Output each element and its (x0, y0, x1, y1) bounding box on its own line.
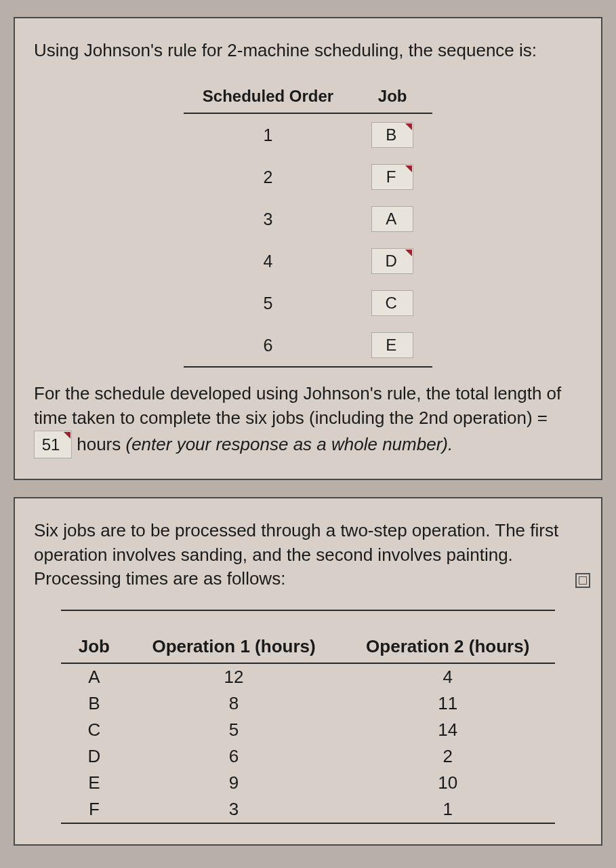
seq-row: 3 A (184, 198, 432, 240)
hours-input[interactable]: 51 (34, 431, 72, 459)
seq-row: 1 B (184, 113, 432, 156)
data-job: C (61, 717, 127, 743)
data-row: C 5 14 (61, 717, 554, 743)
data-job: F (61, 796, 127, 823)
prompt-text-2: Six jobs are to be processed through a t… (34, 519, 582, 590)
data-op2: 14 (341, 717, 555, 743)
data-op2: 10 (341, 770, 555, 796)
seq-order: 2 (184, 156, 352, 198)
seq-job-cell: B (352, 113, 432, 156)
sequence-header-row: Scheduled Order Job (184, 81, 432, 113)
followup-after: hours (77, 434, 125, 454)
question-panel-2: Six jobs are to be processed through a t… (14, 497, 602, 845)
job-input[interactable]: E (371, 332, 413, 358)
data-header-op1: Operation 1 (hours) (127, 610, 341, 663)
seq-job-cell: C (352, 282, 432, 324)
seq-job-cell: F (352, 156, 432, 198)
job-input[interactable]: D (371, 248, 413, 274)
data-op1: 3 (127, 796, 341, 823)
job-input[interactable]: C (371, 290, 413, 316)
seq-row: 5 C (184, 282, 432, 324)
seq-row: 6 E (184, 324, 432, 367)
data-row: A 12 4 (61, 663, 554, 690)
data-header-job: Job (61, 610, 127, 663)
followup-text: For the schedule developed using Johnson… (34, 381, 582, 458)
data-op1: 6 (127, 743, 341, 770)
data-op1: 12 (127, 663, 341, 690)
seq-job-cell: D (352, 240, 432, 282)
job-input[interactable]: F (371, 164, 413, 190)
data-row: F 3 1 (61, 796, 554, 823)
question-panel-1: Using Johnson's rule for 2-machine sched… (14, 17, 602, 480)
data-job: E (61, 770, 127, 796)
seq-header-order: Scheduled Order (184, 81, 352, 113)
seq-header-job: Job (352, 81, 432, 113)
data-row: B 8 11 (61, 690, 554, 717)
data-op2: 11 (341, 690, 555, 717)
processing-times-table: Job Operation 1 (hours) Operation 2 (hou… (61, 610, 554, 824)
seq-order: 6 (184, 324, 352, 367)
seq-order: 4 (184, 240, 352, 282)
sequence-table: Scheduled Order Job 1 B 2 F 3 A 4 D 5 (184, 81, 432, 368)
seq-order: 1 (184, 113, 352, 156)
data-header-row: Job Operation 1 (hours) Operation 2 (hou… (61, 610, 554, 663)
data-job: B (61, 690, 127, 717)
data-op1: 9 (127, 770, 341, 796)
data-job: D (61, 743, 127, 770)
data-row: D 6 2 (61, 743, 554, 770)
data-header-op2: Operation 2 (hours) (341, 610, 555, 663)
seq-order: 5 (184, 282, 352, 324)
job-input[interactable]: A (371, 206, 413, 232)
data-op2: 2 (341, 743, 555, 770)
followup-before: For the schedule developed using Johnson… (34, 383, 561, 428)
job-input[interactable]: B (371, 122, 413, 148)
seq-job-cell: E (352, 324, 432, 367)
seq-job-cell: A (352, 198, 432, 240)
data-job: A (61, 663, 127, 690)
seq-order: 3 (184, 198, 352, 240)
data-op2: 4 (341, 663, 555, 690)
seq-row: 4 D (184, 240, 432, 282)
seq-row: 2 F (184, 156, 432, 198)
followup-italic: (enter your response as a whole number). (126, 434, 453, 454)
data-op2: 1 (341, 796, 555, 823)
prompt-text-1: Using Johnson's rule for 2-machine sched… (34, 39, 582, 62)
data-op1: 5 (127, 717, 341, 743)
popup-icon[interactable] (575, 573, 590, 588)
data-row: E 9 10 (61, 770, 554, 796)
data-op1: 8 (127, 690, 341, 717)
